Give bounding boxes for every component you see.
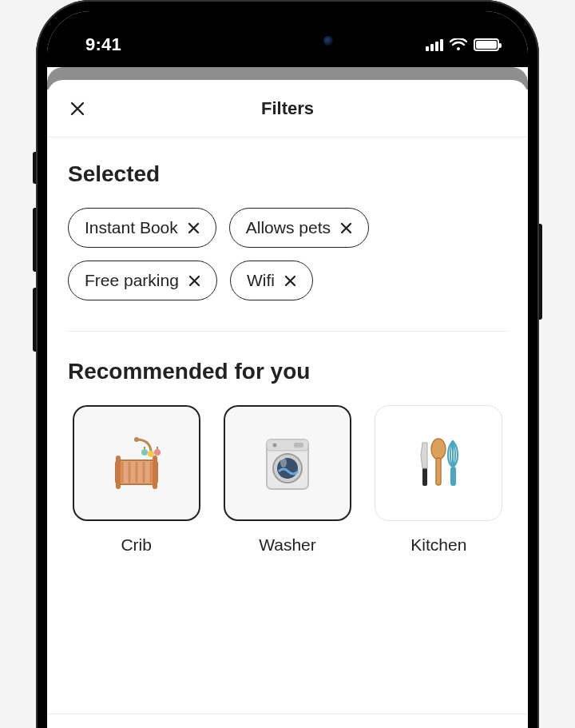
svg-rect-18 (294, 443, 303, 448)
card-box (224, 405, 351, 521)
svg-point-21 (280, 458, 287, 467)
washer-icon (256, 432, 319, 495)
volume-button (33, 288, 36, 352)
phone-frame: 9:41 Filters (36, 0, 539, 728)
svg-point-9 (141, 449, 148, 455)
svg-rect-7 (153, 455, 157, 489)
svg-marker-23 (421, 443, 427, 468)
svg-rect-26 (450, 467, 456, 486)
svg-point-10 (148, 451, 154, 457)
wifi-icon (450, 38, 467, 51)
divider (68, 331, 507, 332)
card-label: Washer (259, 535, 316, 555)
chip-label: Free parking (85, 271, 179, 290)
dynamic-island (220, 26, 355, 56)
status-time: 9:41 (85, 34, 121, 55)
camera-icon (323, 36, 333, 46)
sheet-footer: Clear all Show 15 places (47, 714, 528, 728)
remove-chip-icon (284, 275, 296, 287)
battery-icon (474, 38, 499, 51)
card-box (73, 405, 200, 521)
sheet-title: Filters (261, 98, 314, 119)
filters-sheet: Filters Selected Instant Book Allows pet… (47, 80, 528, 728)
chip-label: Instant Book (85, 218, 178, 237)
svg-point-8 (134, 437, 139, 442)
crib-icon (105, 432, 169, 495)
card-crib[interactable]: Crib (68, 405, 204, 555)
selected-heading: Selected (68, 161, 507, 187)
card-label: Crib (121, 535, 152, 555)
card-label: Kitchen (410, 535, 466, 555)
chip-allows-pets[interactable]: Allows pets (229, 208, 369, 248)
card-kitchen[interactable]: Kitchen (371, 405, 507, 555)
svg-point-24 (431, 439, 446, 459)
chip-free-parking[interactable]: Free parking (68, 261, 217, 300)
recommended-heading: Recommended for you (68, 359, 507, 384)
power-button (539, 224, 542, 320)
svg-point-11 (154, 449, 161, 455)
card-washer[interactable]: Washer (219, 405, 355, 555)
remove-chip-icon (340, 222, 352, 234)
status-icons (426, 38, 499, 51)
close-icon (69, 101, 85, 117)
sheet-header: Filters (47, 80, 528, 137)
svg-point-17 (272, 443, 276, 447)
chip-label: Wifi (247, 271, 275, 290)
kitchen-icon (406, 432, 470, 495)
sheet-body: Selected Instant Book Allows pets (47, 137, 528, 714)
svg-rect-6 (116, 455, 121, 489)
remove-chip-icon (188, 275, 200, 287)
recommended-cards: Crib (68, 405, 507, 555)
volume-button (33, 152, 36, 184)
svg-rect-25 (436, 458, 441, 485)
screen: 9:41 Filters (47, 11, 528, 728)
chip-label: Allows pets (246, 218, 331, 237)
remove-chip-icon (188, 222, 200, 234)
chip-instant-book[interactable]: Instant Book (68, 208, 216, 248)
card-box (375, 405, 502, 521)
close-button[interactable] (63, 94, 92, 123)
selected-chips: Instant Book Allows pets Free parking (68, 208, 507, 300)
svg-point-20 (277, 458, 298, 479)
svg-rect-22 (422, 467, 427, 486)
chip-wifi[interactable]: Wifi (230, 261, 313, 300)
cellular-icon (426, 38, 443, 51)
volume-button (33, 208, 36, 272)
